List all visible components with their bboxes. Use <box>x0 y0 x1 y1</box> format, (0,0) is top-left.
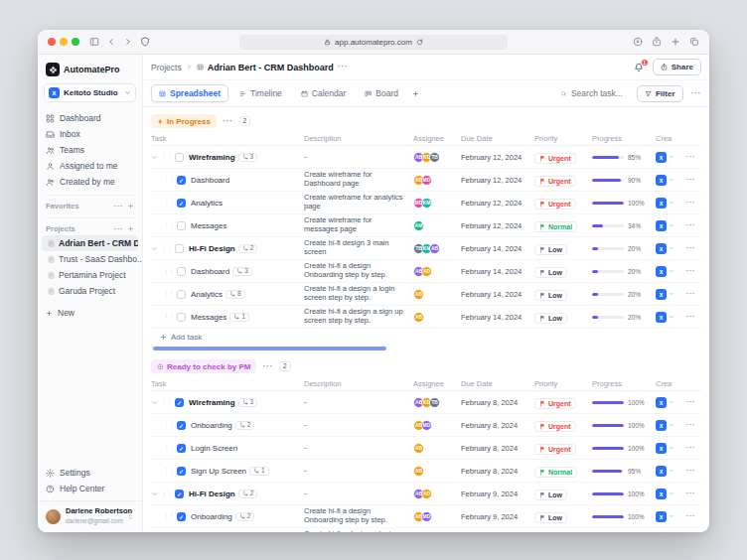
priority-badge[interactable]: Low <box>534 267 567 278</box>
assignee-cell[interactable]: ABMD <box>413 420 457 431</box>
priority-badge[interactable]: Urgent <box>534 444 576 455</box>
priority-badge[interactable]: Normal <box>534 221 577 232</box>
sidebar-project-pertamina[interactable]: Pertamina Project <box>38 267 142 283</box>
subtask-count-badge[interactable]: 2 <box>238 244 258 253</box>
expand-icon[interactable] <box>151 399 158 406</box>
sidebar-item-dashboard[interactable]: Dashboard <box>38 110 142 126</box>
back-icon[interactable] <box>106 37 116 47</box>
breadcrumb-root[interactable]: Projects <box>151 63 182 72</box>
drag-handle-icon[interactable] <box>161 154 172 161</box>
creator-cell[interactable]: x <box>656 312 679 323</box>
drag-handle-icon[interactable] <box>163 222 174 229</box>
section-menu-icon[interactable] <box>223 117 233 126</box>
priority-badge[interactable]: Urgent <box>534 199 576 210</box>
workspace-selector[interactable]: x Keitoto Studio <box>44 83 136 102</box>
task-checkbox[interactable] <box>177 176 186 185</box>
share-button[interactable]: Share <box>653 59 701 75</box>
subtask-count-badge[interactable]: 3 <box>232 267 252 276</box>
assignee-cell[interactable]: TBKMAB <box>413 243 457 254</box>
task-checkbox[interactable] <box>175 398 184 407</box>
row-menu[interactable] <box>683 444 695 452</box>
sidebar-toggle-icon[interactable] <box>89 37 99 47</box>
drag-handle-icon[interactable] <box>163 268 174 275</box>
task-checkbox[interactable] <box>177 512 186 521</box>
creator-cell[interactable]: x <box>656 420 679 431</box>
drag-handle-icon[interactable] <box>163 468 174 475</box>
user-profile[interactable]: Darlene Robertson darlene@gmail.com <box>38 500 142 532</box>
row-menu[interactable] <box>683 313 695 321</box>
row-menu[interactable] <box>683 176 695 184</box>
row-menu[interactable] <box>683 290 695 298</box>
drag-handle-icon[interactable] <box>161 399 172 406</box>
row-menu[interactable] <box>683 221 695 229</box>
section-menu-icon[interactable] <box>262 362 273 371</box>
assignee-cell[interactable]: AB <box>413 312 457 323</box>
add-view-button[interactable] <box>409 87 422 100</box>
drag-handle-icon[interactable] <box>163 177 174 184</box>
sidebar-project-garuda[interactable]: Garuda Project <box>38 283 142 299</box>
plus-icon[interactable] <box>127 225 134 232</box>
task-checkbox[interactable] <box>177 199 186 208</box>
expand-icon[interactable] <box>151 154 158 161</box>
row-menu[interactable] <box>683 244 695 252</box>
expand-icon[interactable] <box>151 490 158 497</box>
row-menu[interactable] <box>683 512 695 520</box>
creator-cell[interactable]: x <box>656 175 679 186</box>
minimize-button[interactable] <box>60 38 68 46</box>
status-badge[interactable]: Ready to check by PM <box>151 359 256 373</box>
drag-handle-icon[interactable] <box>163 513 174 520</box>
task-checkbox[interactable] <box>177 467 186 476</box>
creator-cell[interactable]: x <box>656 397 679 408</box>
sidebar-project-trust[interactable]: Trust - SaaS Dashbo... <box>38 251 142 267</box>
close-button[interactable] <box>48 38 56 46</box>
more-options-icon[interactable] <box>691 89 702 98</box>
subtask-count-badge[interactable]: 2 <box>235 512 255 521</box>
creator-cell[interactable]: x <box>656 198 679 209</box>
drag-handle-icon[interactable] <box>163 445 174 452</box>
creator-cell[interactable]: x <box>656 466 679 477</box>
task-checkbox[interactable] <box>175 490 184 498</box>
project-menu-icon[interactable] <box>338 63 349 71</box>
priority-badge[interactable]: Urgent <box>534 421 576 432</box>
tab-calendar[interactable]: Calendar <box>293 84 355 102</box>
row-menu[interactable] <box>683 267 695 275</box>
assignee-cell[interactable]: ABMD <box>413 511 457 522</box>
row-menu[interactable] <box>683 199 695 207</box>
share-icon[interactable] <box>652 37 662 47</box>
row-menu[interactable] <box>683 490 695 497</box>
task-checkbox[interactable] <box>177 313 186 322</box>
assignee-cell[interactable]: ABAD <box>413 489 457 499</box>
creator-cell[interactable]: x <box>656 289 679 300</box>
tab-timeline[interactable]: Timeline <box>231 84 290 102</box>
shield-icon[interactable] <box>140 37 150 47</box>
subtask-count-badge[interactable]: 2 <box>235 421 255 430</box>
zoom-button[interactable] <box>72 38 79 46</box>
search-box[interactable] <box>560 88 629 98</box>
new-project-button[interactable]: New <box>38 305 142 321</box>
sidebar-item-settings[interactable]: Settings <box>38 465 142 481</box>
creator-cell[interactable]: x <box>656 220 679 231</box>
tab-board[interactable]: Board <box>357 84 406 102</box>
assignee-cell[interactable]: AB <box>413 466 457 477</box>
add-task-button[interactable]: Add task <box>151 329 701 345</box>
priority-badge[interactable]: Low <box>534 313 567 324</box>
sidebar-item-inbox[interactable]: Inbox <box>38 126 142 142</box>
assignee-cell[interactable]: AB <box>413 443 457 454</box>
status-badge[interactable]: In Progress <box>151 114 217 128</box>
drag-handle-icon[interactable] <box>161 245 172 252</box>
expand-icon[interactable] <box>151 245 158 252</box>
refresh-icon[interactable] <box>416 39 423 46</box>
assignee-cell[interactable]: ABKDTB <box>413 152 457 163</box>
new-tab-icon[interactable] <box>671 37 680 47</box>
assignee-cell[interactable]: ABAD <box>413 266 457 277</box>
task-checkbox[interactable] <box>177 290 186 299</box>
drag-handle-icon[interactable] <box>163 314 174 321</box>
notifications-button[interactable]: 1 <box>634 63 644 72</box>
subtask-count-badge[interactable]: 1 <box>249 467 269 476</box>
priority-badge[interactable]: Normal <box>534 467 577 478</box>
priority-badge[interactable]: Low <box>534 244 567 255</box>
more-icon[interactable] <box>114 225 124 233</box>
tab-spreadsheet[interactable]: Spreadsheet <box>151 84 228 102</box>
sidebar-item-help-center[interactable]: Help Center <box>38 481 142 496</box>
assignee-cell[interactable]: ABMD <box>413 175 457 186</box>
